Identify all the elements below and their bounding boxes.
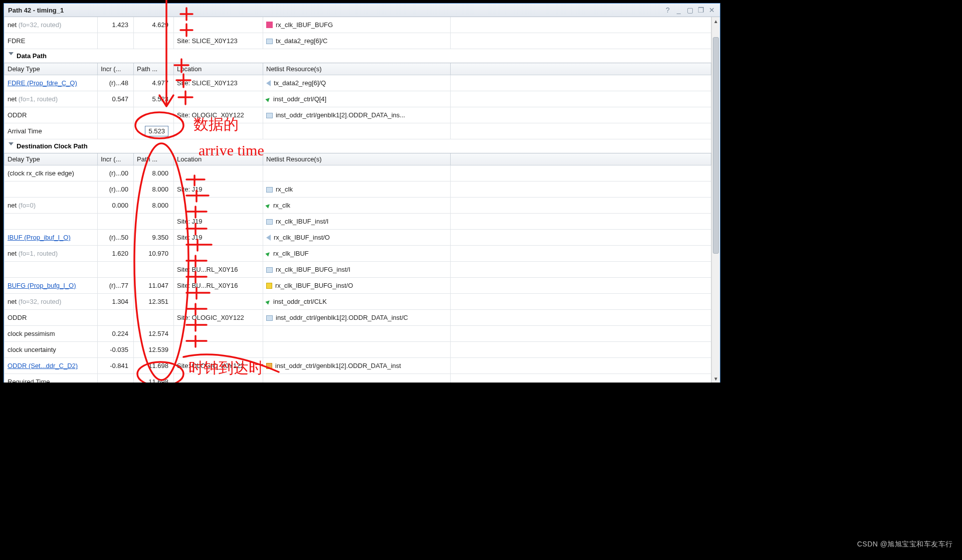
path-value: 8.000 [134, 198, 174, 214]
scroll-up-icon[interactable]: ▲ [712, 17, 720, 25]
tab-icon [266, 219, 273, 225]
delay-type-label: FDRE [8, 37, 25, 45]
location-cell [174, 294, 263, 310]
netlist-cell: inst_oddr_ctrl/genblk1[2].ODDR_DATA_ins.… [263, 107, 451, 123]
netlist-cell: rx_clk_IBUF_BUFG_inst/O [263, 278, 451, 294]
table-row: Arrival Time 5.523 [5, 123, 711, 139]
location-cell: Site: OLOGIC_X0Y122 [174, 310, 263, 326]
section-header[interactable]: Data Path [5, 49, 711, 63]
delay-type-label: Arrival Time [8, 127, 42, 135]
help-icon[interactable]: ? [664, 6, 672, 14]
table-row: Site: J19 rx_clk_IBUF_inst/I [5, 214, 711, 230]
delay-type-label: net (fo=32, routed) [8, 298, 61, 305]
netlist-cell: tx_data2_reg[6]/Q [263, 75, 451, 91]
netlist-cell [263, 165, 451, 181]
or-icon [266, 363, 272, 369]
netlist-cell: rx_clk_IBUF_BUFG_inst/I [263, 262, 451, 278]
delay-type-link[interactable]: ODDR (Set...ddr_C_D2) [8, 362, 78, 369]
netlist-cell: tx_data2_reg[6]/C [263, 33, 451, 49]
section-header[interactable]: Destination Clock Path [5, 139, 711, 153]
arrow-icon [265, 96, 271, 102]
path-value: 8.000 [134, 181, 174, 198]
table-row: IBUF (Prop_ibuf_I_O) (r)...50 9.350 Site… [5, 230, 711, 246]
delay-type-link[interactable]: BUFG (Prop_bufg_I_O) [8, 282, 76, 289]
window-title: Path 42 - timing_1 [8, 7, 64, 14]
path-value: 10.970 [134, 246, 174, 262]
location-cell: Site: BU...RL_X0Y16 [174, 278, 263, 294]
table-row: FDRE Site: SLICE_X0Y123 tx_data2_reg[6]/… [5, 33, 711, 49]
location-cell: Site: J19 [174, 230, 263, 246]
tab-icon [266, 187, 273, 193]
table-row: ODDR Site: OLOGIC_X0Y122 inst_oddr_ctrl/… [5, 107, 711, 123]
netlist-cell: rx_clk_IBUF_inst/O [263, 230, 451, 246]
scroll-down-icon[interactable]: ▼ [712, 375, 720, 383]
path-value [134, 33, 174, 49]
table-row: Site: BU...RL_X0Y16 rx_clk_IBUF_BUFG_ins… [5, 262, 711, 278]
location-cell [174, 246, 263, 262]
delay-type-link[interactable]: FDRE (Prop_fdre_C_Q) [8, 79, 77, 87]
table-row: clock pessimism 0.224 12.574 [5, 326, 711, 342]
timing-table: net (fo=32, routed) 1.423 4.629 rx_clk_I… [4, 17, 711, 383]
path-value: 4.629 [134, 17, 174, 33]
delay-type-label: net (fo=32, routed) [8, 21, 61, 29]
restore-icon[interactable]: ❐ [697, 6, 705, 14]
location-cell: Site: OLOGIC_X0Y122 [174, 107, 263, 123]
table-header: Delay TypeIncr (...Path ...LocationNetli… [5, 63, 711, 75]
table-row: net (fo=32, routed) 1.423 4.629 rx_clk_I… [5, 17, 711, 33]
report-content: net (fo=32, routed) 1.423 4.629 rx_clk_I… [4, 17, 711, 383]
yel-icon [266, 283, 272, 289]
delay-type-label: net (fo=0) [8, 202, 36, 209]
timing-report-window: Path 42 - timing_1 ? _ ▢ ❐ ✕ net (fo=32,… [4, 3, 720, 383]
delay-type-label: net (fo=1, routed) [8, 250, 58, 257]
table-row: ODDR (Set...ddr_C_D2) -0.841 11.698 Site… [5, 358, 711, 374]
delay-type-label: Required Time [8, 378, 50, 383]
delay-type-label: ODDR [8, 314, 27, 321]
netlist-cell: rx_clk_IBUF [263, 246, 451, 262]
csdn-watermark: CSDN @旭旭宝宝和车友车行 [857, 540, 953, 549]
vertical-scrollbar[interactable]: ▲ ▼ [711, 17, 720, 383]
location-cell [174, 342, 263, 358]
arrow-icon [265, 251, 271, 256]
delay-type-label: clock uncertainty [8, 346, 56, 353]
table-row: net (fo=32, routed) 1.304 12.351 inst_od… [5, 294, 711, 310]
path-value: 8.000 [134, 165, 174, 181]
maximize-icon[interactable]: ▢ [686, 6, 694, 14]
minimize-icon[interactable]: _ [675, 6, 683, 14]
footer-region [0, 383, 962, 560]
path-value: 11.698 [134, 358, 174, 374]
netlist-cell [263, 326, 451, 342]
arrow-icon [265, 203, 271, 208]
path-value: 12.574 [134, 326, 174, 342]
path-value: 11.047 [134, 278, 174, 294]
delay-type-label: ODDR [8, 111, 27, 119]
path-value: 11.698 [134, 374, 174, 383]
delay-type-label: clock pessimism [8, 330, 55, 337]
table-row: net (fo=1, routed) 0.547 5.523 inst_oddr… [5, 91, 711, 107]
netlist-cell: rx_clk_IBUF_BUFG [263, 17, 451, 33]
table-row: ODDR Site: OLOGIC_X0Y122 inst_oddr_ctrl/… [5, 310, 711, 326]
tab-icon [266, 267, 273, 273]
tab-icon [266, 315, 273, 321]
path-value [134, 262, 174, 278]
table-row: (r)...00 8.000 Site: J19 rx_clk [5, 181, 711, 198]
path-value: 4.977 [134, 75, 174, 91]
path-value [134, 310, 174, 326]
location-cell: Site: SLICE_X0Y123 [174, 33, 263, 49]
titlebar: Path 42 - timing_1 ? _ ▢ ❐ ✕ [4, 4, 720, 17]
tag-icon [266, 235, 271, 241]
path-value: 5.523 [134, 91, 174, 107]
delay-type-link[interactable]: IBUF (Prop_ibuf_I_O) [8, 234, 71, 241]
path-value [134, 107, 174, 123]
table-row: (clock rx_clk rise edge) (r)...00 8.000 [5, 165, 711, 181]
netlist-cell [263, 374, 451, 383]
netlist-cell: rx_clk [263, 198, 451, 214]
close-icon[interactable]: ✕ [708, 6, 716, 14]
location-cell: Site: J19 [174, 181, 263, 198]
location-cell: Site: OLOGIC_X0Y122 [174, 358, 263, 374]
pink-icon [266, 22, 273, 28]
netlist-cell: inst_oddr_ctrl/genblk1[2].ODDR_DATA_inst [263, 358, 451, 374]
scroll-thumb[interactable] [713, 37, 719, 254]
location-cell [174, 123, 263, 139]
netlist-cell: rx_clk_IBUF_inst/I [263, 214, 451, 230]
location-cell [174, 91, 263, 107]
